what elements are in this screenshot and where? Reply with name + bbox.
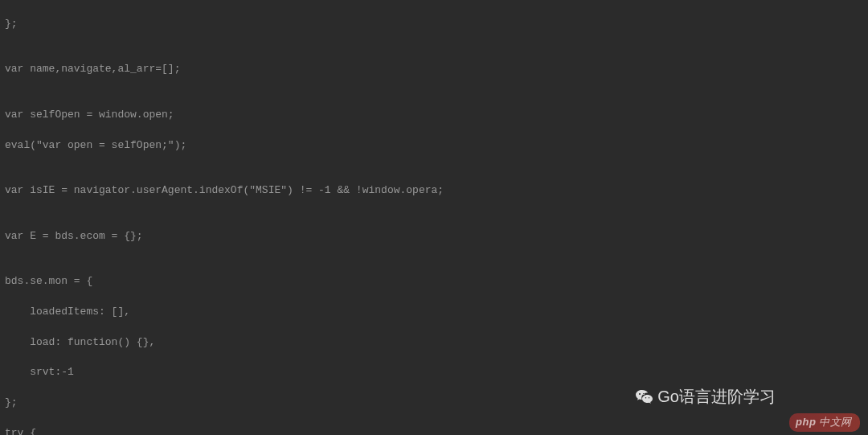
php-watermark: php 中文网	[789, 413, 860, 432]
code-line: var name,navigate,al_arr=[];	[5, 62, 863, 77]
php-suffix: 中文网	[816, 416, 852, 428]
code-line: loadedItems: [],	[5, 305, 863, 320]
php-prefix: php	[796, 416, 816, 428]
code-line: srvt:-1	[5, 365, 863, 380]
code-line: var selfOpen = window.open;	[5, 108, 863, 123]
code-line: load: function() {},	[5, 335, 863, 351]
code-line: eval("var open = selfOpen;");	[5, 138, 863, 154]
code-line: var isIE = navigator.userAgent.indexOf("…	[5, 183, 863, 199]
code-line: try {	[5, 426, 863, 435]
wechat-icon	[635, 388, 654, 407]
code-line: };	[5, 17, 863, 32]
code-editor-area: }; var name,navigate,al_arr=[]; var self…	[0, 0, 868, 435]
wechat-watermark: Go语言进阶学习	[635, 385, 776, 408]
code-line: var E = bds.ecom = {};	[5, 229, 863, 244]
wechat-watermark-text: Go语言进阶学习	[657, 385, 776, 408]
code-line: bds.se.mon = {	[5, 274, 863, 289]
